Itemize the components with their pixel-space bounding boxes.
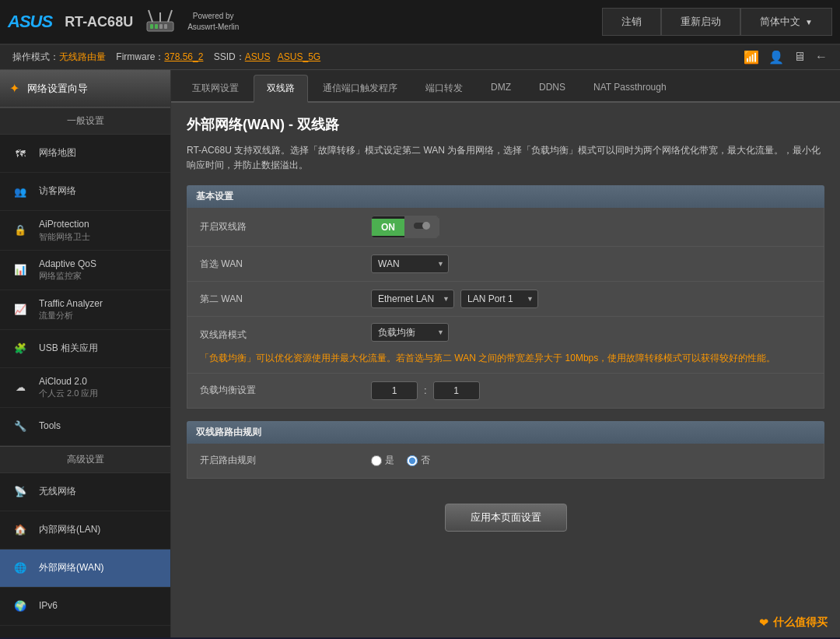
watermark: ❤ 什么值得买 [759,616,828,630]
row-load-balance: 负载均衡设置 : [187,374,824,408]
routing-radio-group: 是 否 [371,454,430,467]
lang-dropdown-icon: ▼ [805,18,813,26]
sidebar-label-usb-apps: USB 相关应用 [39,342,98,355]
routing-rules-control: 是 否 [371,454,811,467]
user-icon: 👤 [768,50,784,65]
routing-radio-no-label[interactable]: 否 [407,454,430,467]
network-map-icon: 🗺 [9,142,31,164]
load-balance-input1[interactable] [371,381,418,400]
sidebar-label-traffic-analyzer: Traffic Analyzer 流量分析 [39,298,103,321]
enable-dual-wan-control[interactable]: ON [371,216,811,238]
tab-dual-wan[interactable]: 双线路 [254,75,308,103]
row-second-wan: 第二 WAN Ethernet LAN USB LAN Port 1 LAN P… [187,282,824,317]
routing-no-text: 否 [421,454,430,467]
section-advanced-header: 高级设置 [0,446,170,473]
dual-mode-select[interactable]: 负载均衡 故障转移 [371,323,449,342]
svg-rect-4 [164,24,167,29]
dual-mode-control[interactable]: 负载均衡 故障转移 [371,323,449,342]
svg-line-5 [149,10,152,22]
ssid1-link[interactable]: ASUS [245,51,271,62]
row-routing-rules: 开启路由规则 是 否 [187,444,824,478]
routing-radio-yes[interactable] [371,455,382,466]
second-wan-type-wrapper[interactable]: Ethernet LAN USB [371,290,454,308]
sidebar-label-network-map: 网络地图 [39,147,76,160]
sidebar-item-wireless[interactable]: 📡 无线网络 [0,473,170,511]
sidebar-label-wireless: 无线网络 [39,486,76,498]
row-primary-wan: 首选 WAN WAN USB [187,247,824,282]
primary-wan-select[interactable]: WAN USB [371,255,449,273]
header-nav: 注销 重新启动 简体中文 ▼ [602,8,832,36]
status-bar: 操作模式：无线路由量 Firmware：378.56_2 SSID：ASUS A… [0,45,840,70]
second-wan-type-select[interactable]: Ethernet LAN USB [371,290,454,308]
primary-wan-label: 首选 WAN [200,258,371,271]
routing-rules-body: 开启路由规则 是 否 [187,444,824,479]
register-button[interactable]: 注销 [602,8,661,36]
apply-btn-row: 应用本页面设置 [187,491,824,544]
apply-button[interactable]: 应用本页面设置 [445,504,567,532]
routing-radio-yes-label[interactable]: 是 [371,454,394,467]
second-wan-port-wrapper[interactable]: LAN Port 1 LAN Port 2 LAN Port 3 LAN Por… [460,290,538,308]
restart-button[interactable]: 重新启动 [661,8,740,36]
ssid2-link[interactable]: ASUS_5G [278,51,320,62]
load-balance-input2[interactable] [433,381,480,400]
tab-internet[interactable]: 互联网设置 [179,75,252,101]
setup-wizard-button[interactable]: ✦ 网络设置向导 [0,70,170,107]
tab-dmz[interactable]: DMZ [478,75,524,101]
wireless-icon: 📡 [9,481,31,503]
toggle-on[interactable]: ON [372,219,404,236]
firmware-link[interactable]: 378.56_2 [164,51,203,62]
sidebar-item-wan[interactable]: 🌐 外部网络(WAN) [0,549,170,588]
lang-button[interactable]: 简体中文 ▼ [740,8,832,36]
sidebar-label-adaptive-qos: Adaptive QoS 网络监控家 [39,258,96,282]
sidebar-label-aicloud: AiCloud 2.0 个人云 2.0 应用 [39,376,98,399]
primary-wan-select-wrapper[interactable]: WAN USB [371,255,449,273]
sidebar-item-traffic-analyzer[interactable]: 📈 Traffic Analyzer 流量分析 [0,290,170,330]
model-name: RT-AC68U [65,14,133,30]
sidebar-item-network-map[interactable]: 🗺 网络地图 [0,135,170,173]
sidebar-item-guest-network[interactable]: 👥 访客网络 [0,173,170,211]
dual-mode-warning: 「负载均衡」可以优化资源使用并最大化流量。若首选与第二 WAN 之间的带宽差异大… [200,351,775,366]
usb-apps-icon: 🧩 [9,338,31,360]
dual-mode-select-wrapper[interactable]: 负载均衡 故障转移 [371,323,449,342]
svg-rect-1 [150,24,153,29]
sidebar-label-lan: 内部网络(LAN) [39,524,100,536]
sidebar-item-lan[interactable]: 🏠 内部网络(LAN) [0,511,170,549]
mode-label: 操作模式： [12,51,59,62]
tab-port-trigger[interactable]: 通信端口触发程序 [310,75,411,101]
svg-rect-2 [155,24,158,29]
load-balance-control: : [371,381,811,400]
svg-point-9 [422,222,430,230]
sidebar-item-aiprotection[interactable]: 🔒 AiProtection 智能网络卫士 [0,211,170,251]
sidebar-label-aiprotection: AiProtection 智能网络卫士 [39,219,90,242]
routing-radio-no[interactable] [407,455,418,466]
sidebar-item-aicloud[interactable]: ☁ AiCloud 2.0 个人云 2.0 应用 [0,368,170,408]
primary-wan-control: WAN USB [371,255,811,273]
tab-nat-passthrough[interactable]: NAT Passthrough [580,75,680,101]
traffic-analyzer-icon: 📈 [9,299,31,321]
content-area: 互联网设置 双线路 通信端口触发程序 端口转发 DMZ DDNS NAT Pas… [171,70,840,637]
sidebar-item-ipv6[interactable]: 🌍 IPv6 [0,588,170,626]
guest-network-icon: 👥 [9,181,31,202]
sidebar-item-usb-apps[interactable]: 🧩 USB 相关应用 [0,330,170,368]
sidebar-item-tools[interactable]: 🔧 Tools [0,408,170,446]
tab-port-forward[interactable]: 端口转发 [412,75,476,101]
page-title: 外部网络(WAN) - 双线路 [187,115,824,134]
sidebar: ✦ 网络设置向导 一般设置 🗺 网络地图 👥 访客网络 🔒 AiProtecti… [0,70,171,637]
status-icons: 📶 👤 🖥 ← [744,50,828,65]
second-wan-port-select[interactable]: LAN Port 1 LAN Port 2 LAN Port 3 LAN Por… [460,290,538,308]
setup-wizard-label: 网络设置向导 [27,82,88,96]
ssid-label: SSID： [214,51,245,62]
aicloud-icon: ☁ [9,377,31,398]
toggle-off[interactable] [404,216,439,237]
sidebar-label-wan: 外部网络(WAN) [39,562,104,574]
wifi-icon: 📶 [744,50,759,65]
sidebar-item-adaptive-qos[interactable]: 📊 Adaptive QoS 网络监控家 [0,251,170,290]
load-balance-colon: : [424,384,427,396]
basic-settings-header: 基本设置 [187,185,824,208]
logo-area: ASUS RT-AC68U [8,12,133,32]
firmware-label: Firmware： [116,51,164,62]
enable-dual-wan-label: 开启双线路 [200,220,371,233]
basic-settings-body: 开启双线路 ON 首选 WAN [187,208,824,408]
tab-ddns[interactable]: DDNS [526,75,579,101]
toggle-switch[interactable]: ON [371,216,439,238]
